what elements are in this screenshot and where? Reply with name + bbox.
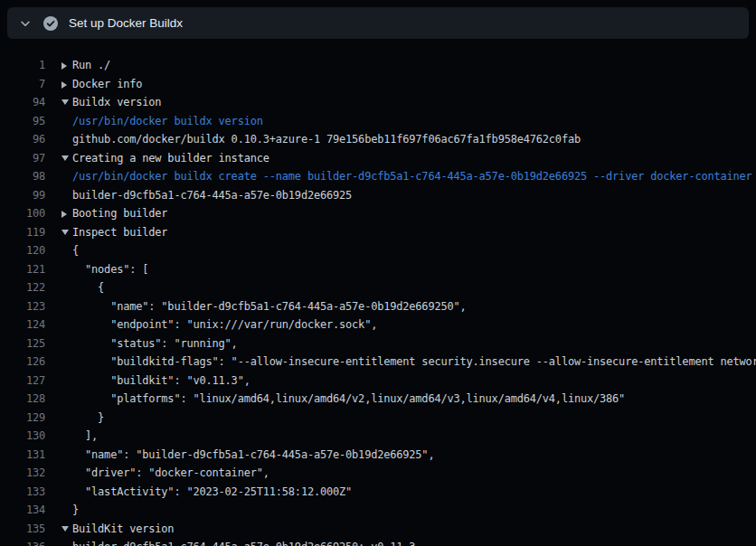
log-line-text: /usr/bin/docker buildx create --name bui…	[61, 167, 752, 186]
line-number[interactable]: 128	[0, 390, 45, 409]
line-number[interactable]: 95	[0, 112, 45, 131]
log-line-text: "nodes": [	[61, 260, 148, 279]
chevron-down-icon[interactable]	[18, 16, 33, 31]
log-line-row: 126 "buildkitd-flags": "--allow-insecure…	[0, 353, 756, 372]
line-number[interactable]: 135	[0, 520, 45, 539]
line-number[interactable]: 127	[0, 372, 45, 391]
line-number[interactable]: 98	[0, 167, 45, 186]
log-group-row: 135BuildKit version	[0, 520, 756, 539]
log-line-row: 129 }	[0, 409, 756, 428]
chevron-right-icon[interactable]	[61, 204, 72, 223]
log-line-text: "name": "builder-d9cfb5a1-c764-445a-a57e…	[61, 446, 434, 465]
log-line-row: 95/usr/bin/docker buildx version	[0, 112, 756, 131]
log-group-row: 119Inspect builder	[0, 223, 756, 242]
log-group-label: Buildx version	[72, 96, 161, 108]
log-line-row: 96github.com/docker/buildx 0.10.3+azure-…	[0, 130, 756, 149]
line-number[interactable]: 136	[0, 538, 45, 546]
line-number[interactable]: 121	[0, 260, 45, 279]
log-group-label: Creating a new builder instance	[72, 152, 269, 165]
line-number[interactable]: 129	[0, 409, 45, 428]
log-group-row: 100Booting builder	[0, 204, 756, 223]
log-group-label: Docker info	[72, 78, 142, 90]
log-line-row: 123 "name": "builder-d9cfb5a1-c764-445a-…	[0, 297, 756, 316]
log-group-row: 94Buildx version	[0, 93, 756, 112]
chevron-down-icon[interactable]	[61, 93, 72, 112]
log-group-title[interactable]: Docker info	[61, 75, 142, 94]
log-line-row: 136builder-d9cfb5a1-c764-445a-a57e-0b19d…	[0, 538, 756, 546]
log-line-row: 127 "buildkit": "v0.11.3",	[0, 372, 756, 391]
log-line-row: 120{	[0, 241, 756, 260]
log-group-title[interactable]: Run ./	[61, 56, 110, 75]
log-line-row: 121 "nodes": [	[0, 260, 756, 279]
log-group-label: Run ./	[72, 59, 110, 71]
line-number[interactable]: 120	[0, 241, 45, 260]
log-line-text: "name": "builder-d9cfb5a1-c764-445a-a57e…	[61, 297, 467, 316]
log-line-text: /usr/bin/docker buildx version	[61, 112, 263, 131]
log-group-label: BuildKit version	[72, 522, 174, 535]
line-number[interactable]: 119	[0, 223, 45, 242]
log-line-text: builder-d9cfb5a1-c764-445a-a57e-0b19d2e6…	[61, 186, 352, 205]
log-line-text: {	[61, 241, 79, 260]
line-number[interactable]: 134	[0, 501, 45, 520]
chevron-down-icon[interactable]	[61, 149, 72, 168]
log-line-row: 128 "platforms": "linux/amd64,linux/amd6…	[0, 390, 756, 409]
log-view: 1Run ./7Docker info94Buildx version95/us…	[0, 46, 756, 546]
log-line-text: {	[61, 278, 104, 297]
log-line-text: "endpoint": "unix:///var/run/docker.sock…	[61, 315, 377, 334]
log-line-row: 130 ],	[0, 427, 756, 446]
log-line-text: github.com/docker/buildx 0.10.3+azure-1 …	[61, 130, 581, 149]
log-group-row: 1Run ./	[0, 56, 756, 75]
log-group-title[interactable]: Inspect builder	[61, 223, 167, 242]
chevron-right-icon[interactable]	[61, 75, 72, 94]
log-line-row: 124 "endpoint": "unix:///var/run/docker.…	[0, 315, 756, 334]
log-group-label: Booting builder	[72, 207, 167, 220]
line-number[interactable]: 131	[0, 446, 45, 465]
log-group-row: 97Creating a new builder instance	[0, 149, 756, 168]
log-group-title[interactable]: Creating a new builder instance	[61, 149, 269, 168]
chevron-down-icon[interactable]	[61, 520, 72, 539]
step-header[interactable]: Set up Docker Buildx	[7, 7, 749, 39]
line-number[interactable]: 125	[0, 334, 45, 353]
log-line-row: 132 "driver": "docker-container",	[0, 464, 756, 483]
log-line-row: 125 "status": "running",	[0, 334, 756, 353]
log-line-row: 131 "name": "builder-d9cfb5a1-c764-445a-…	[0, 446, 756, 465]
log-line-row: 133 "lastActivity": "2023-02-25T11:58:12…	[0, 483, 756, 502]
line-number[interactable]: 96	[0, 130, 45, 149]
line-number[interactable]: 126	[0, 353, 45, 372]
log-line-text: "buildkitd-flags": "--allow-insecure-ent…	[61, 353, 756, 372]
line-number[interactable]: 122	[0, 278, 45, 297]
log-line-text: "status": "running",	[61, 334, 238, 353]
line-number[interactable]: 99	[0, 186, 45, 205]
log-line-text: "lastActivity": "2023-02-25T11:58:12.000…	[61, 483, 352, 502]
line-number[interactable]: 94	[0, 93, 45, 112]
line-number[interactable]: 97	[0, 149, 45, 168]
log-line-text: "buildkit": "v0.11.3",	[61, 372, 250, 391]
line-number[interactable]: 132	[0, 464, 45, 483]
log-line-text: builder-d9cfb5a1-c764-445a-a57e-0b19d2e6…	[61, 538, 415, 546]
log-line-row: 99builder-d9cfb5a1-c764-445a-a57e-0b19d2…	[0, 186, 756, 205]
log-line-text: "driver": "docker-container",	[61, 464, 269, 483]
line-number[interactable]: 123	[0, 297, 45, 316]
check-circle-icon	[43, 16, 58, 31]
log-line-text: }	[61, 409, 104, 428]
line-number[interactable]: 133	[0, 483, 45, 502]
line-number[interactable]: 100	[0, 204, 45, 223]
line-number[interactable]: 130	[0, 427, 45, 446]
log-group-row: 7Docker info	[0, 75, 756, 94]
log-group-label: Inspect builder	[72, 226, 167, 239]
log-line-text: }	[61, 501, 79, 520]
log-group-title[interactable]: Booting builder	[61, 204, 167, 223]
log-group-title[interactable]: Buildx version	[61, 93, 161, 112]
line-number[interactable]: 124	[0, 315, 45, 334]
step-title: Set up Docker Buildx	[69, 16, 183, 30]
log-line-row: 98/usr/bin/docker buildx create --name b…	[0, 167, 756, 186]
line-number[interactable]: 7	[0, 75, 45, 94]
log-line-text: "platforms": "linux/amd64,linux/amd64/v2…	[61, 390, 625, 409]
log-line-row: 122 {	[0, 278, 756, 297]
line-number[interactable]: 1	[0, 56, 45, 75]
log-line-text: ],	[61, 427, 98, 446]
chevron-right-icon[interactable]	[61, 56, 72, 75]
chevron-down-icon[interactable]	[61, 223, 72, 242]
log-group-title[interactable]: BuildKit version	[61, 520, 174, 539]
log-line-row: 134}	[0, 501, 756, 520]
